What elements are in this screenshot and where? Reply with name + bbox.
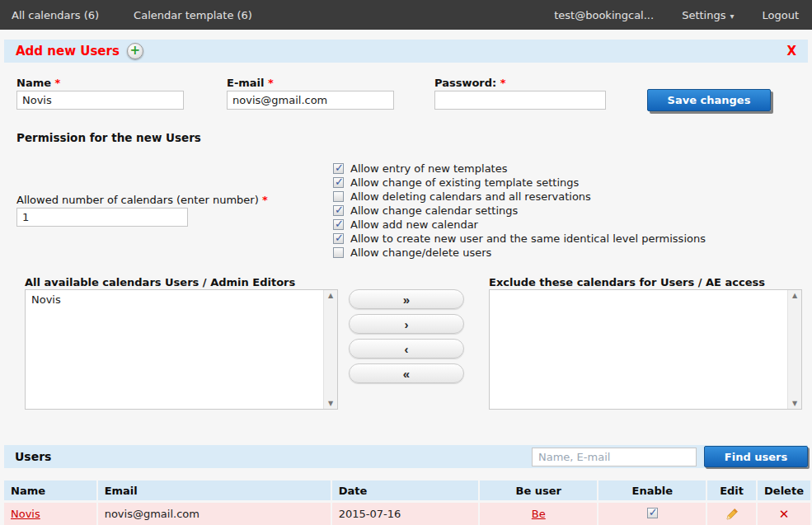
list-item[interactable]: Novis — [26, 290, 337, 309]
add-users-header: Add new Users + X — [4, 40, 808, 63]
scroll-down-icon[interactable]: ▼ — [788, 400, 801, 407]
password-label: Password: * — [434, 77, 506, 89]
col-be-user[interactable]: Be user — [480, 480, 597, 500]
col-edit[interactable]: Edit — [707, 480, 756, 500]
nav-all-calendars[interactable]: All calendars (6) — [12, 9, 99, 21]
available-calendars-listbox[interactable]: Novis ▲ ▼ — [25, 289, 338, 410]
move-all-left-button[interactable]: « — [349, 363, 464, 383]
required-asterisk: * — [262, 194, 268, 206]
table-header-row: Name Email Date Be user Enable Edit Dele… — [4, 480, 810, 500]
edit-pencil-icon[interactable] — [725, 508, 739, 521]
table-row: Novis novis@gmail.com 2015-07-16 Be ✕ — [4, 503, 810, 525]
allowed-calendars-label: Allowed number of calendars (enter numbe… — [16, 194, 268, 206]
move-right-button[interactable]: › — [349, 314, 464, 334]
user-search-input[interactable] — [532, 448, 697, 466]
checkbox-label: Allow deleting calendars and all reserva… — [350, 190, 591, 203]
permissions-heading: Permission for the new Users — [16, 131, 201, 144]
required-asterisk: * — [55, 77, 61, 89]
top-navbar: All calendars (6) Calendar template (6) … — [0, 0, 812, 30]
checkbox[interactable] — [333, 177, 344, 188]
scroll-up-icon[interactable]: ▲ — [788, 292, 801, 299]
permission-row: Allow change calendar settings — [333, 204, 706, 218]
checkbox-label: Allow to create new user and the same id… — [350, 232, 706, 245]
checkbox-label: Allow change of existing template settin… — [350, 176, 579, 189]
checkbox-label: Allow entry of new templates — [350, 162, 507, 175]
checkbox[interactable] — [333, 219, 344, 230]
col-delete[interactable]: Delete — [758, 480, 810, 500]
user-date-cell: 2015-07-16 — [332, 503, 478, 525]
permission-row: Allow change/delete users — [333, 246, 706, 260]
scrollbar[interactable]: ▲ ▼ — [323, 290, 337, 409]
checkbox[interactable] — [333, 163, 344, 174]
checkbox[interactable] — [333, 233, 344, 244]
checkbox[interactable] — [333, 191, 344, 202]
checkbox-label: Allow add new calendar — [350, 218, 478, 231]
close-icon[interactable]: X — [786, 44, 796, 59]
user-name-link[interactable]: Novis — [11, 508, 40, 520]
permission-row: Allow entry of new templates — [333, 162, 706, 176]
save-changes-button[interactable]: Save changes — [647, 89, 771, 111]
col-enable[interactable]: Enable — [598, 480, 706, 500]
users-section-header: Users Find users — [4, 445, 808, 468]
exclude-calendars-label: Exclude these calendars for Users / AE a… — [489, 276, 765, 288]
checkbox[interactable] — [333, 205, 344, 216]
permissions-checkbox-list: Allow entry of new templates Allow chang… — [333, 162, 706, 260]
checkbox[interactable] — [333, 247, 344, 258]
exclude-calendars-listbox[interactable]: ▲ ▼ — [489, 289, 802, 410]
password-field[interactable] — [434, 91, 606, 110]
available-calendars-label: All available calendars Users / Admin Ed… — [25, 276, 295, 288]
enable-checkbox[interactable] — [647, 508, 658, 518]
delete-x-icon[interactable]: ✕ — [779, 507, 790, 522]
move-left-button[interactable]: ‹ — [349, 339, 464, 359]
find-users-button[interactable]: Find users — [704, 446, 808, 467]
permission-row: Allow change of existing template settin… — [333, 176, 706, 190]
nav-calendar-template[interactable]: Calendar template (6) — [134, 9, 252, 21]
allowed-calendars-field[interactable] — [16, 208, 188, 227]
email-label: E-mail * — [227, 77, 274, 89]
email-field[interactable] — [227, 91, 394, 110]
scroll-up-icon[interactable]: ▲ — [324, 292, 337, 299]
col-name[interactable]: Name — [4, 480, 96, 500]
users-table: Name Email Date Be user Enable Edit Dele… — [2, 478, 812, 525]
permission-row: Allow to create new user and the same id… — [333, 232, 706, 246]
user-email-cell: novis@gmail.com — [98, 503, 331, 525]
scroll-down-icon[interactable]: ▼ — [324, 400, 337, 407]
required-asterisk: * — [268, 77, 274, 89]
name-label: Name * — [16, 77, 60, 89]
logout-button[interactable]: Logout — [762, 9, 799, 21]
transfer-buttons: » › ‹ « — [349, 289, 464, 383]
settings-menu[interactable]: Settings▾ — [682, 9, 734, 21]
checkbox-label: Allow change calendar settings — [350, 204, 518, 217]
col-date[interactable]: Date — [332, 480, 478, 500]
permission-row: Allow deleting calendars and all reserva… — [333, 190, 706, 204]
required-asterisk: * — [500, 77, 506, 89]
permission-row: Allow add new calendar — [333, 218, 706, 232]
scrollbar[interactable]: ▲ ▼ — [787, 290, 801, 409]
chevron-down-icon: ▾ — [730, 12, 734, 21]
add-plus-icon[interactable]: + — [127, 43, 143, 59]
settings-label: Settings — [682, 9, 725, 21]
checkbox-label: Allow change/delete users — [350, 246, 491, 259]
account-email[interactable]: test@bookingcal... — [554, 9, 654, 21]
name-field[interactable] — [16, 91, 184, 110]
be-user-link[interactable]: Be — [532, 508, 546, 520]
navbar-left: All calendars (6) Calendar template (6) — [0, 9, 252, 21]
page: All calendars (6) Calendar template (6) … — [0, 0, 812, 525]
navbar-right: test@bookingcal... Settings▾ Logout — [554, 9, 812, 21]
users-title: Users — [15, 450, 51, 463]
col-email[interactable]: Email — [98, 480, 331, 500]
move-all-right-button[interactable]: » — [349, 289, 464, 309]
panel-title: Add new Users — [16, 44, 120, 59]
